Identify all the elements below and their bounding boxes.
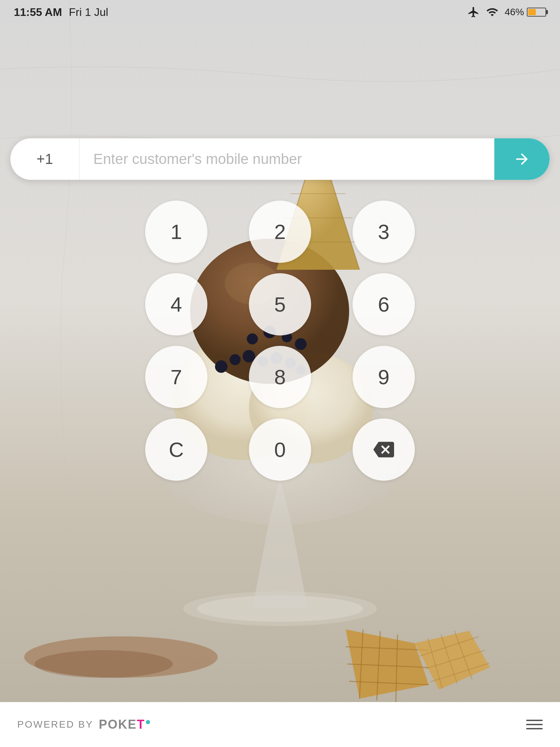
- phone-input-area: +1: [10, 138, 550, 180]
- powered-by: POWERED BY POKET: [17, 717, 150, 732]
- poket-letter-e: E: [128, 717, 137, 731]
- battery-fill: [528, 9, 536, 15]
- keypad-button-9[interactable]: 9: [353, 346, 415, 408]
- keypad-button-clear[interactable]: C: [145, 418, 207, 481]
- keypad-button-1[interactable]: 1: [145, 201, 207, 263]
- submit-button[interactable]: [494, 138, 550, 180]
- arrow-right-icon: [513, 150, 531, 168]
- status-icons: 46%: [467, 6, 546, 18]
- country-code-button[interactable]: +1: [10, 138, 80, 180]
- menu-button[interactable]: [526, 720, 543, 729]
- keypad-button-5[interactable]: 5: [249, 273, 311, 335]
- status-time: 11:55 AM: [14, 6, 62, 19]
- svg-point-2: [35, 650, 173, 678]
- poket-letter-t: T: [137, 717, 145, 731]
- keypad-button-6[interactable]: 6: [353, 273, 415, 335]
- keypad-button-7[interactable]: 7: [145, 346, 207, 408]
- keypad-button-2[interactable]: 2: [249, 201, 311, 263]
- phone-input-wrapper: +1: [10, 138, 550, 180]
- keypad-row-4: C 0: [145, 418, 415, 481]
- keypad-button-8[interactable]: 8: [249, 346, 311, 408]
- poket-letter-p: P: [99, 717, 108, 731]
- poket-letter-o: O: [108, 717, 118, 731]
- status-bar: 11:55 AM Fri 1 Jul 46%: [0, 0, 560, 24]
- keypad: 1 2 3 4 5 6 7 8 9 C 0: [0, 194, 560, 488]
- status-date: Fri 1 Jul: [69, 6, 108, 19]
- keypad-button-backspace[interactable]: [353, 418, 415, 481]
- menu-line-1: [526, 720, 543, 721]
- poket-dot: [146, 720, 150, 724]
- poket-letter-k: K: [118, 717, 128, 731]
- keypad-row-1: 1 2 3: [145, 201, 415, 263]
- battery-percent: 46%: [505, 7, 524, 18]
- footer: POWERED BY POKET: [0, 702, 560, 747]
- keypad-row-3: 7 8 9: [145, 346, 415, 408]
- menu-line-3: [526, 728, 543, 729]
- keypad-button-0[interactable]: 0: [249, 418, 311, 481]
- battery-icon: [527, 8, 546, 17]
- wifi-icon: [486, 6, 498, 18]
- phone-number-input[interactable]: [80, 138, 494, 180]
- battery-container: 46%: [505, 7, 546, 18]
- poket-logo: POKET: [99, 717, 150, 732]
- keypad-button-3[interactable]: 3: [353, 201, 415, 263]
- airplane-icon: [467, 6, 480, 18]
- page-container: 11:55 AM Fri 1 Jul 46% +1: [0, 0, 560, 747]
- powered-by-text: POWERED BY: [17, 719, 93, 730]
- keypad-button-4[interactable]: 4: [145, 273, 207, 335]
- keypad-row-2: 4 5 6: [145, 273, 415, 335]
- backspace-icon: [373, 439, 394, 460]
- menu-line-2: [526, 724, 543, 725]
